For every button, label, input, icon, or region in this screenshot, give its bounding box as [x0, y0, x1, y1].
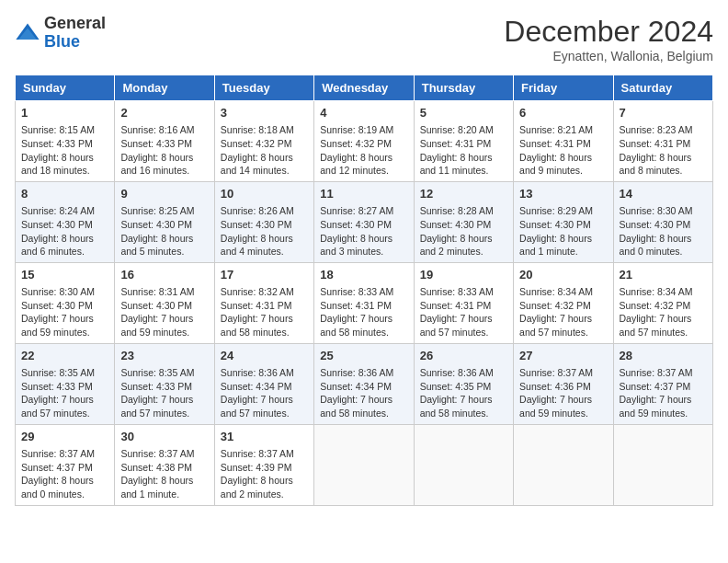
day-info: Daylight: 8 hours: [221, 474, 308, 488]
day-info: Sunset: 4:32 PM: [620, 299, 707, 313]
day-number: 3: [221, 105, 308, 121]
calendar-cell: 13Sunrise: 8:29 AMSunset: 4:30 PMDayligh…: [514, 181, 613, 262]
day-info: Sunrise: 8:20 AM: [420, 123, 507, 137]
day-info: Sunset: 4:33 PM: [120, 380, 208, 394]
day-header-sunday: Sunday: [16, 75, 115, 101]
day-info: Daylight: 7 hours: [21, 393, 108, 407]
day-info: Sunset: 4:31 PM: [221, 299, 308, 313]
day-info: and 58 minutes.: [221, 326, 308, 339]
day-info: Daylight: 7 hours: [221, 312, 308, 326]
calendar-cell: 24Sunrise: 8:36 AMSunset: 4:34 PMDayligh…: [214, 343, 313, 424]
day-info: Sunrise: 8:19 AM: [320, 123, 407, 137]
day-info: Sunset: 4:30 PM: [620, 218, 707, 232]
day-info: Sunrise: 8:31 AM: [120, 285, 208, 299]
day-info: Sunset: 4:30 PM: [320, 218, 407, 232]
day-info: Sunrise: 8:16 AM: [120, 123, 208, 137]
day-info: Daylight: 8 hours: [519, 151, 607, 165]
day-info: Daylight: 8 hours: [120, 474, 208, 488]
day-info: and 18 minutes.: [21, 164, 108, 178]
day-number: 29: [21, 429, 108, 445]
day-info: Sunset: 4:30 PM: [221, 218, 308, 232]
day-info: Daylight: 7 hours: [320, 393, 407, 407]
day-info: Daylight: 8 hours: [120, 151, 208, 165]
day-info: Daylight: 8 hours: [120, 232, 208, 246]
logo-icon: [15, 20, 40, 46]
day-info: Sunset: 4:30 PM: [519, 218, 607, 232]
day-number: 5: [420, 105, 507, 121]
day-number: 16: [120, 267, 208, 283]
day-info: Daylight: 8 hours: [21, 151, 108, 165]
day-info: and 3 minutes.: [320, 245, 407, 259]
day-info: and 58 minutes.: [420, 407, 507, 420]
day-info: and 2 minutes.: [221, 488, 308, 501]
day-number: 21: [620, 267, 707, 283]
logo-blue: Blue: [44, 32, 80, 51]
title-block: December 2024 Eynatten, Wallonia, Belgiu…: [504, 15, 713, 63]
day-number: 28: [620, 348, 707, 364]
logo: General Blue: [15, 15, 106, 52]
day-info: and 57 minutes.: [420, 326, 507, 339]
day-info: Sunset: 4:34 PM: [221, 380, 308, 394]
calendar-cell: 19Sunrise: 8:33 AMSunset: 4:31 PMDayligh…: [414, 262, 513, 343]
day-info: Sunrise: 8:26 AM: [221, 204, 308, 218]
day-number: 23: [120, 348, 208, 364]
day-info: Sunset: 4:31 PM: [519, 137, 607, 151]
calendar-cell: [314, 424, 414, 505]
day-info: Sunrise: 8:21 AM: [519, 123, 607, 137]
day-info: and 14 minutes.: [221, 164, 308, 178]
day-info: Sunset: 4:30 PM: [420, 218, 507, 232]
calendar-cell: 1Sunrise: 8:15 AMSunset: 4:33 PMDaylight…: [16, 101, 115, 182]
day-info: Sunrise: 8:37 AM: [519, 366, 607, 380]
day-info: Sunrise: 8:34 AM: [620, 285, 707, 299]
calendar-cell: 22Sunrise: 8:35 AMSunset: 4:33 PMDayligh…: [16, 343, 115, 424]
day-info: Sunrise: 8:34 AM: [519, 285, 607, 299]
calendar-cell: 21Sunrise: 8:34 AMSunset: 4:32 PMDayligh…: [613, 262, 712, 343]
day-info: Sunset: 4:39 PM: [221, 461, 308, 475]
day-info: Sunset: 4:30 PM: [21, 218, 108, 232]
calendar-week-1: 1Sunrise: 8:15 AMSunset: 4:33 PMDaylight…: [16, 101, 713, 182]
day-info: and 57 minutes.: [221, 407, 308, 420]
calendar-cell: 20Sunrise: 8:34 AMSunset: 4:32 PMDayligh…: [514, 262, 613, 343]
day-info: Daylight: 8 hours: [420, 151, 507, 165]
calendar-cell: 28Sunrise: 8:37 AMSunset: 4:37 PMDayligh…: [613, 343, 712, 424]
day-info: Sunrise: 8:15 AM: [21, 123, 108, 137]
day-info: and 58 minutes.: [320, 326, 407, 339]
day-info: Sunset: 4:31 PM: [420, 137, 507, 151]
day-number: 9: [120, 186, 208, 202]
day-number: 25: [320, 348, 407, 364]
calendar-cell: 4Sunrise: 8:19 AMSunset: 4:32 PMDaylight…: [314, 101, 414, 182]
day-info: Sunset: 4:31 PM: [320, 299, 407, 313]
day-number: 26: [420, 348, 507, 364]
day-number: 24: [221, 348, 308, 364]
day-info: and 0 minutes.: [21, 488, 108, 501]
calendar-week-2: 8Sunrise: 8:24 AMSunset: 4:30 PMDaylight…: [16, 181, 713, 262]
calendar-cell: 7Sunrise: 8:23 AMSunset: 4:31 PMDaylight…: [613, 101, 712, 182]
calendar-cell: 2Sunrise: 8:16 AMSunset: 4:33 PMDaylight…: [115, 101, 214, 182]
day-info: Sunset: 4:30 PM: [120, 299, 208, 313]
day-info: Sunset: 4:36 PM: [519, 380, 607, 394]
calendar-cell: 16Sunrise: 8:31 AMSunset: 4:30 PMDayligh…: [115, 262, 214, 343]
day-info: and 59 minutes.: [21, 326, 108, 339]
day-header-friday: Friday: [514, 75, 613, 101]
day-info: Sunrise: 8:37 AM: [221, 447, 308, 461]
day-info: Sunrise: 8:37 AM: [120, 447, 208, 461]
day-info: Sunrise: 8:37 AM: [620, 366, 707, 380]
calendar-cell: [514, 424, 613, 505]
day-info: Daylight: 7 hours: [519, 312, 607, 326]
calendar-cell: 17Sunrise: 8:32 AMSunset: 4:31 PMDayligh…: [214, 262, 313, 343]
day-number: 6: [519, 105, 607, 121]
calendar-cell: 27Sunrise: 8:37 AMSunset: 4:36 PMDayligh…: [514, 343, 613, 424]
day-info: and 57 minutes.: [21, 407, 108, 420]
day-number: 15: [21, 267, 108, 283]
day-info: Sunset: 4:34 PM: [320, 380, 407, 394]
day-info: Daylight: 8 hours: [420, 232, 507, 246]
calendar-cell: 8Sunrise: 8:24 AMSunset: 4:30 PMDaylight…: [16, 181, 115, 262]
day-info: Sunset: 4:38 PM: [120, 461, 208, 475]
day-info: Daylight: 7 hours: [120, 312, 208, 326]
day-number: 14: [620, 186, 707, 202]
day-info: Daylight: 8 hours: [620, 232, 707, 246]
day-number: 20: [519, 267, 607, 283]
day-info: Sunrise: 8:36 AM: [221, 366, 308, 380]
calendar-table: SundayMondayTuesdayWednesdayThursdayFrid…: [15, 75, 713, 506]
day-info: Sunrise: 8:18 AM: [221, 123, 308, 137]
